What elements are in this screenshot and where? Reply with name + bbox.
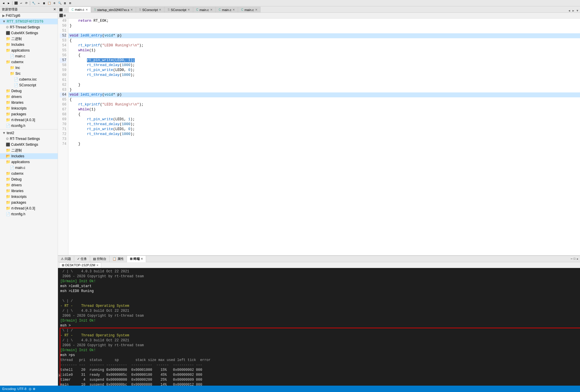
arrow-down-icon[interactable]: ▼ bbox=[576, 9, 579, 12]
editor-tabs-right-controls: ◀ ▶ ▼ bbox=[568, 9, 580, 12]
tab-tasks[interactable]: ✓ 任务 bbox=[74, 256, 90, 262]
sidebar-item-cubemx-settings1[interactable]: ⬛ CubeMX Settings bbox=[0, 30, 58, 36]
sidebar-close-icon[interactable]: ✕ bbox=[53, 8, 56, 11]
code-line-59: rt_pin_write(LED0, 0); bbox=[68, 68, 580, 73]
toolbar-icon-4[interactable]: ↩ bbox=[19, 1, 23, 6]
toolbar-icon-6[interactable]: 🔧 bbox=[31, 1, 36, 6]
sidebar-item-includes2[interactable]: 📂 Includes bbox=[0, 153, 58, 159]
sidebar-item-linkscripts2[interactable]: 📁 linkscripts bbox=[0, 194, 58, 200]
terminal-session-tab[interactable]: ⊞ DESKTOP-1S2PJ2M ✕ bbox=[59, 262, 101, 268]
sidebar-item-packages2[interactable]: 📁 packages bbox=[0, 200, 58, 205]
sidebar-item-rt-thread-settings2[interactable]: ⚙ RT-Thread Settings bbox=[0, 136, 58, 142]
sidebar-item-debug1[interactable]: 📁 Debug bbox=[0, 88, 58, 94]
sidebar-item-includes1[interactable]: 📁 Includes bbox=[0, 42, 58, 48]
tab-main-c4[interactable]: C main.c ✕ bbox=[238, 7, 261, 12]
sidebar-item-rt-thread-settings1[interactable]: ⚙ RT-Thread Settings bbox=[0, 24, 58, 30]
sidebar-item-binary1[interactable]: 📁 二进制 bbox=[0, 36, 58, 42]
bottom-panel-maximize-icon[interactable]: □ bbox=[574, 257, 575, 260]
toolbar-icon-13[interactable]: ⊞ bbox=[68, 1, 72, 6]
sidebar-item-rt-thread2[interactable]: 📁 rt-thread [4.0.3] bbox=[0, 205, 58, 211]
tab-close-6[interactable]: ✕ bbox=[232, 8, 235, 11]
sidebar-item-libraries2[interactable]: 📁 libraries bbox=[0, 188, 58, 194]
terminal-ps-row4: main 10 suspend 0x000000bc 0x00000800 14… bbox=[60, 382, 578, 386]
sidebar-item-cubemx-ioc[interactable]: 📄 cubemx.ioc bbox=[0, 76, 58, 82]
tab-problems[interactable]: ⚠ 问题 bbox=[58, 256, 74, 262]
sidebar-item-binary2[interactable]: 📁 二进制 bbox=[0, 147, 58, 153]
bottom-panel-minimize-icon[interactable]: — bbox=[571, 257, 572, 260]
sidebar-item-debug2[interactable]: 📁 Debug bbox=[0, 176, 58, 182]
tab-history[interactable]: 📋 属性 bbox=[110, 256, 127, 262]
sidebar-item-applications1[interactable]: 📁 applications bbox=[0, 48, 58, 53]
toolbar-icon-7[interactable]: ✏ bbox=[37, 1, 41, 6]
toolbar-icon-12[interactable]: ▤ bbox=[63, 1, 67, 6]
arrow-right-icon[interactable]: ▶ bbox=[572, 9, 575, 12]
sidebar-item-linkscripts1[interactable]: 📁 linkscripts bbox=[0, 105, 58, 111]
tab-close-1[interactable]: ✕ bbox=[86, 8, 88, 11]
ln-58: 58 bbox=[60, 63, 66, 68]
tab-main-c3[interactable]: C main.c ✕ bbox=[216, 7, 238, 12]
sidebar-item-drivers2[interactable]: 📁 drivers bbox=[0, 182, 58, 188]
sidebar-item-cubemx2[interactable]: 📁 cubemx bbox=[0, 171, 58, 176]
bottom-tabs: ⚠ 问题 ✓ 任务 ▤ 控制台 📋 属性 ⊞ 终端 ✕ bbox=[58, 256, 580, 262]
sidebar-item-main-c1[interactable]: 📄 main.c bbox=[0, 53, 58, 59]
sidebar-item-test2[interactable]: ▼ test2 bbox=[0, 130, 58, 136]
label-applications1: applications bbox=[11, 48, 30, 53]
sidebar-item-drivers1[interactable]: 📁 drivers bbox=[0, 94, 58, 100]
sidebar-item-libraries1[interactable]: 📁 libraries bbox=[0, 100, 58, 105]
sidebar-item-rtconfig2[interactable]: 📄 rtconfig.h bbox=[0, 211, 58, 217]
sidebar-item-src1[interactable]: 📁 Src bbox=[0, 71, 58, 76]
bottom-panel-close-icon[interactable]: ✕ bbox=[577, 257, 578, 261]
terminal-content[interactable]: / | \ 4.0.3 build Oct 22 2021 2006 - 202… bbox=[58, 268, 580, 386]
status-icon2[interactable]: ⊕ bbox=[33, 387, 35, 391]
ln-56: 56 bbox=[60, 53, 66, 58]
sidebar-item-cubemx-settings2[interactable]: ⬛ CubeMX Settings bbox=[0, 142, 58, 147]
editor-toolbar-btn2[interactable]: ⊞ bbox=[64, 14, 66, 17]
tab-console[interactable]: ▤ 控制台 bbox=[90, 256, 110, 262]
sidebar-item-packages1[interactable]: 📁 packages bbox=[0, 111, 58, 117]
tab-close-3[interactable]: ✕ bbox=[159, 8, 161, 11]
tab-terminal[interactable]: ⊞ 终端 ✕ bbox=[127, 256, 146, 262]
toolbar-icon-5[interactable]: ⟳ bbox=[24, 1, 29, 6]
terminal-wrapper: / | \ 4.0.3 build Oct 22 2021 2006 - 202… bbox=[58, 268, 580, 386]
arrow-left-icon[interactable]: ◀ bbox=[568, 9, 571, 12]
maximize-icon[interactable]: ⬜ bbox=[64, 8, 67, 11]
terminal-tabs: ⊞ DESKTOP-1S2PJ2M ✕ bbox=[58, 262, 580, 268]
ln-69: 69 bbox=[60, 117, 66, 122]
toolbar-icon-9[interactable]: 📋 bbox=[47, 1, 52, 6]
sidebar-item-sconscript1[interactable]: 📄 SConscript bbox=[0, 82, 58, 88]
tab-startup[interactable]: S startup_stm32f407xx.s ✕ bbox=[91, 7, 136, 12]
cube-icon1: ⬛ bbox=[6, 30, 10, 36]
tab-main-c2[interactable]: C main.c ✕ bbox=[193, 7, 216, 12]
minimize-icon[interactable]: ⬛ bbox=[59, 8, 63, 11]
toolbar-icon-8[interactable]: ▦ bbox=[42, 1, 46, 6]
terminal-scroll-indicator[interactable]: ▶ bbox=[58, 373, 62, 377]
sidebar-item-rt-thread1[interactable]: 📁 rt-thread [4.0.3] bbox=[0, 117, 58, 123]
code-line-74: } bbox=[68, 142, 580, 147]
gear-icon2: ⚙ bbox=[6, 136, 9, 141]
tab-close-5[interactable]: ✕ bbox=[210, 8, 212, 11]
tab-sconscript1[interactable]: S SConscript ✕ bbox=[136, 7, 164, 12]
terminal-session-close[interactable]: ✕ bbox=[96, 264, 99, 267]
tab-main-c[interactable]: C main.c ✕ bbox=[68, 7, 91, 12]
tab-close-2[interactable]: ✕ bbox=[130, 8, 133, 11]
ln-55: 55 bbox=[60, 48, 66, 53]
sidebar-item-rtt-stm32[interactable]: ▼ RTT_STM32F407ZGT6 bbox=[0, 19, 58, 24]
terminal-line-14: - RT - Thread Operating System bbox=[60, 333, 578, 338]
tab-close-4[interactable]: ✕ bbox=[188, 8, 190, 11]
tab-sconscript2[interactable]: S SConscript ✕ bbox=[164, 7, 193, 12]
tab-terminal-close[interactable]: ✕ bbox=[141, 257, 143, 260]
tab-editor-controls[interactable]: ⬛ ⬜ bbox=[58, 7, 68, 12]
toolbar-icon-10[interactable]: ⚙ bbox=[52, 1, 57, 6]
sidebar-item-rtconfig1[interactable]: 📄 rtconfig.h bbox=[0, 123, 58, 129]
toolbar-icon-3[interactable]: ⬛ bbox=[14, 1, 18, 6]
sidebar-item-main-c2[interactable]: 📄 main.c bbox=[0, 165, 58, 171]
sidebar-item-applications2[interactable]: 📁 applications bbox=[0, 159, 58, 165]
editor-toolbar-btn1[interactable]: ⬛ bbox=[59, 14, 63, 17]
tab-close-7[interactable]: ✕ bbox=[255, 8, 257, 11]
sidebar-item-cubemx1[interactable]: 📁 cubemx bbox=[0, 59, 58, 65]
status-icon1[interactable]: ◎ bbox=[29, 387, 32, 391]
sidebar-item-inc1[interactable]: 📁 Inc bbox=[0, 65, 58, 71]
toolbar-icon-11[interactable]: 🔍 bbox=[57, 1, 62, 6]
sidebar-item-f407zgt6[interactable]: ▶ F407zgt6 bbox=[0, 13, 58, 19]
line-numbers: 49 50 51 52 53 54 55 56 57 58 59 60 61 6… bbox=[58, 19, 68, 255]
